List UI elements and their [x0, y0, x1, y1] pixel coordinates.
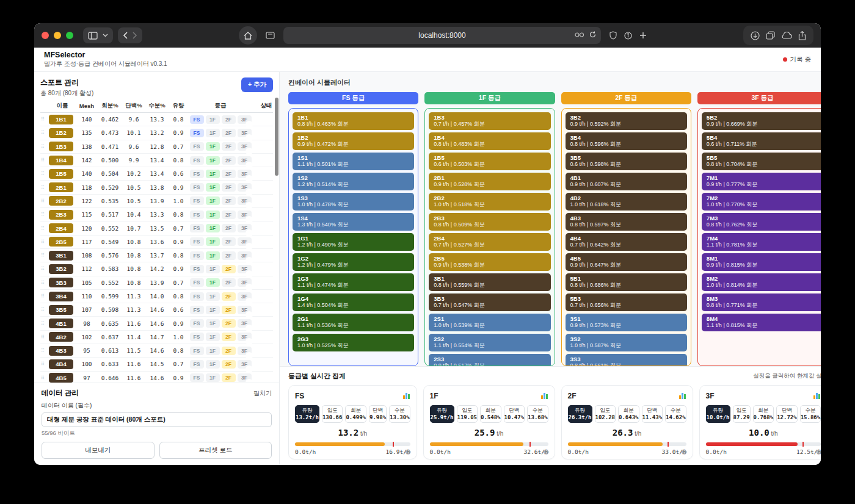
grade-pill-fs[interactable]: FS — [190, 278, 204, 287]
drag-handle-icon[interactable]: ⠿ — [41, 348, 48, 353]
grade-pill-1f[interactable]: 1F — [206, 319, 220, 328]
drag-handle-icon[interactable]: ⠿ — [41, 321, 48, 326]
spot-chip[interactable]: 4B50.9 t/h | 0.647% 회분 — [566, 253, 687, 271]
sidebar-toggle-icon[interactable] — [88, 32, 98, 40]
home-icon[interactable] — [239, 26, 257, 45]
spot-chip[interactable]: 1B50.6 t/h | 0.503% 회분 — [429, 153, 550, 170]
spot-chip[interactable]: 4B30.8 t/h | 0.597% 회분 — [566, 213, 687, 231]
spot-chip[interactable]: 1S11.1 t/h | 0.501% 회분 — [293, 153, 414, 170]
spot-chip[interactable]: 2G31.0 t/h | 0.525% 회분 — [293, 334, 414, 351]
spot-chip[interactable]: 3B10.8 t/h | 0.559% 회분 — [429, 273, 550, 291]
grade-pill-1f[interactable]: 1F — [206, 237, 220, 246]
bar-chart-icon[interactable] — [540, 391, 548, 401]
drag-handle-icon[interactable]: ⠿ — [41, 185, 48, 190]
spot-chip[interactable]: 4B10.9 t/h | 0.607% 회분 — [566, 173, 687, 190]
grade-pill-1f[interactable]: 1F — [206, 129, 220, 137]
spot-chip[interactable]: 2S11.0 t/h | 0.539% 회분 — [429, 314, 550, 331]
address-bar[interactable]: localhost:8000 — [283, 27, 601, 44]
preset-load-button[interactable]: 프리셋 로드 — [159, 442, 272, 459]
grade-pill-1f[interactable]: 1F — [206, 347, 220, 355]
drag-handle-icon[interactable]: ⠿ — [41, 212, 48, 217]
grade-pill-1f[interactable]: 1F — [206, 360, 220, 369]
spot-chip[interactable]: 5B20.9 t/h | 0.669% 회분 — [702, 112, 821, 130]
grade-pill-2f[interactable]: 2F — [222, 142, 236, 151]
grade-pill-1f[interactable]: 1F — [206, 156, 220, 165]
grade-pill-2f[interactable]: 2F — [222, 224, 236, 232]
drag-handle-icon[interactable]: ⠿ — [41, 226, 48, 231]
reload-icon[interactable] — [589, 31, 596, 40]
spot-chip[interactable]: 1S21.2 t/h | 0.514% 회분 — [293, 173, 414, 190]
grade-pill-2f[interactable]: 2F — [222, 306, 236, 314]
spot-chip[interactable]: 3B20.9 t/h | 0.592% 회분 — [566, 112, 687, 130]
grade-pill-2f[interactable]: 2F — [222, 278, 236, 287]
spot-chip[interactable]: 8M21.0 t/h | 0.814% 회분 — [702, 273, 821, 291]
gear-icon[interactable]: ⚙ — [681, 448, 688, 456]
grade-pill-2f[interactable]: 2F — [222, 360, 236, 369]
spot-chip[interactable]: 1B30.7 t/h | 0.457% 회분 — [429, 112, 550, 130]
grade-pill-fs[interactable]: FS — [190, 156, 204, 165]
spot-chip[interactable]: 7M41.1 t/h | 0.781% 회분 — [702, 233, 821, 251]
spot-chip[interactable]: 1G41.4 t/h | 0.504% 회분 — [293, 293, 414, 311]
share-icon[interactable] — [798, 31, 806, 40]
drag-handle-icon[interactable]: ⠿ — [41, 266, 48, 272]
spot-chip[interactable]: 4B40.7 t/h | 0.642% 회분 — [566, 233, 687, 251]
grade-pill-2f[interactable]: 2F — [222, 170, 236, 178]
back-icon[interactable] — [123, 32, 128, 39]
grade-pill-2f[interactable]: 2F — [222, 251, 236, 260]
grade-pill-1f[interactable]: 1F — [206, 373, 220, 382]
spot-chip[interactable]: 1S41.3 t/h | 0.540% 회분 — [293, 213, 414, 231]
chevron-down-icon[interactable] — [103, 34, 108, 37]
grade-pill-fs[interactable]: FS — [190, 237, 204, 246]
grade-pill-fs[interactable]: FS — [190, 333, 204, 341]
spot-chip[interactable]: 7M30.8 t/h | 0.762% 회분 — [702, 213, 821, 231]
spot-chip[interactable]: 1G21.2 t/h | 0.479% 회분 — [293, 253, 414, 271]
spot-chip[interactable]: 7M21.0 t/h | 0.770% 회분 — [702, 193, 821, 211]
column-header-3f[interactable]: 3F 등급 — [697, 92, 821, 104]
privacy-shield-icon[interactable] — [609, 31, 617, 40]
grade-pill-1f[interactable]: 1F — [206, 170, 220, 178]
drag-handle-icon[interactable]: ⠿ — [41, 130, 48, 135]
grade-pill-fs[interactable]: FS — [190, 170, 204, 178]
spot-chip[interactable]: 1G31.1 t/h | 0.474% 회분 — [293, 273, 414, 291]
spot-chip[interactable]: 3S30.8 t/h | 0.561% 회분 — [566, 354, 687, 366]
drag-handle-icon[interactable]: ⠿ — [41, 157, 48, 163]
drag-handle-icon[interactable]: ⠿ — [41, 293, 48, 299]
cloud-icon[interactable] — [781, 32, 792, 39]
grade-pill-fs[interactable]: FS — [190, 373, 204, 382]
drag-handle-icon[interactable]: ⠿ — [41, 117, 48, 122]
drag-handle-icon[interactable]: ⠿ — [41, 334, 48, 340]
spot-chip[interactable]: 4B21.0 t/h | 0.618% 회분 — [566, 193, 687, 211]
grade-pill-2f[interactable]: 2F — [222, 373, 236, 382]
drag-handle-icon[interactable]: ⠿ — [41, 198, 48, 204]
grade-pill-fs[interactable]: FS — [190, 142, 204, 151]
spot-chip[interactable]: 5B50.8 t/h | 0.704% 회분 — [702, 153, 821, 170]
spot-chip[interactable]: 5B10.8 t/h | 0.686% 회분 — [566, 273, 687, 291]
spot-chip[interactable]: 1B40.8 t/h | 0.483% 회분 — [429, 132, 550, 150]
grade-pill-1f[interactable]: 1F — [206, 306, 220, 314]
spot-chip[interactable]: 8M30.8 t/h | 0.771% 회분 — [702, 293, 821, 311]
spot-chip[interactable]: 1B20.9 t/h | 0.472% 회분 — [293, 132, 414, 150]
grade-pill-fs[interactable]: FS — [190, 306, 204, 314]
column-header-fs[interactable]: FS 등급 — [288, 92, 418, 104]
expand-link[interactable]: 펼치기 — [253, 389, 272, 398]
grade-pill-1f[interactable]: 1F — [206, 115, 220, 124]
spot-chip[interactable]: 7M10.9 t/h | 0.777% 회분 — [702, 173, 821, 190]
grade-pill-2f[interactable]: 2F — [222, 196, 236, 205]
spot-chip[interactable]: 1G11.2 t/h | 0.490% 회분 — [293, 233, 414, 251]
spot-chip[interactable]: 8M10.9 t/h | 0.815% 회분 — [702, 253, 821, 271]
grade-pill-2f[interactable]: 2F — [222, 156, 236, 165]
grade-pill-1f[interactable]: 1F — [206, 183, 220, 192]
grade-pill-fs[interactable]: FS — [190, 211, 204, 219]
grade-pill-fs[interactable]: FS — [190, 265, 204, 273]
close-window-button[interactable] — [42, 32, 49, 39]
spot-chip[interactable]: 2S30.9 t/h | 0.517% 회분 — [429, 354, 550, 366]
column-header-1f[interactable]: 1F 등급 — [424, 92, 555, 104]
gear-icon[interactable]: ⚙ — [815, 448, 821, 456]
grade-pill-fs[interactable]: FS — [190, 224, 204, 232]
gear-icon[interactable]: ⚙ — [543, 448, 550, 456]
grade-pill-2f[interactable]: 2F — [222, 265, 236, 273]
grade-pill-1f[interactable]: 1F — [206, 142, 220, 151]
gear-icon[interactable]: ⚙ — [405, 448, 412, 456]
spot-chip[interactable]: 3B30.7 t/h | 0.547% 회분 — [429, 293, 550, 311]
grade-pill-1f[interactable]: 1F — [206, 292, 220, 301]
